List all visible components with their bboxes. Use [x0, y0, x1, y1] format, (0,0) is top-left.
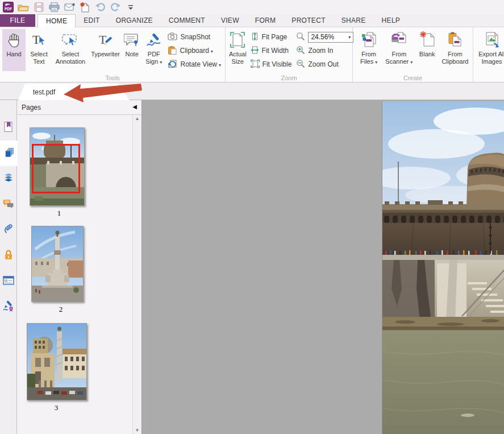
fit-width-button[interactable]: Fit Width — [248, 44, 294, 57]
nav-bookmarks-button[interactable] — [0, 115, 17, 140]
customize-toolbar-icon[interactable] — [125, 2, 136, 13]
zoom-level-combobox[interactable]: 24.56%▾ — [308, 32, 353, 43]
from-files-icon — [361, 31, 377, 49]
tab-form[interactable]: FORM — [247, 14, 284, 27]
fit-visible-button[interactable]: Fit Visible — [248, 57, 294, 71]
chevron-down-icon: ▾ — [410, 60, 413, 65]
select-text-label: Select Text — [28, 51, 50, 65]
document-canvas[interactable] — [142, 100, 504, 434]
actual-size-button[interactable]: Actual Size — [228, 29, 248, 71]
nav-comments-button[interactable] — [0, 192, 17, 217]
fit-width-icon — [251, 46, 259, 56]
open-file-icon[interactable] — [18, 2, 29, 13]
digital-signature-icon — [3, 300, 14, 314]
redo-icon[interactable] — [110, 2, 121, 13]
export-all-images-icon — [484, 31, 500, 49]
pdf-sign-label: PDF Sign▾ — [144, 51, 164, 65]
nav-attachments-button[interactable] — [0, 217, 17, 243]
fit-visible-label: Fit Visible — [263, 60, 292, 68]
pages-panel: Pages ◀ ▲ ▼ — [17, 100, 142, 434]
from-scanner-icon — [391, 31, 407, 49]
tab-help[interactable]: HELP — [374, 14, 409, 27]
note-icon — [124, 31, 140, 49]
print-icon[interactable] — [48, 2, 60, 13]
new-document-icon[interactable] — [79, 2, 90, 13]
hand-label: Hand — [6, 51, 21, 58]
blank-label: Blank — [419, 51, 435, 58]
email-icon[interactable] — [64, 2, 75, 13]
scroll-down-icon[interactable]: ▼ — [135, 428, 140, 433]
scroll-up-icon[interactable]: ▲ — [135, 116, 140, 121]
from-scanner-button[interactable]: From Scanner▾ — [384, 29, 414, 71]
ribbon-group-create: From Files▾ From Scanner▾ Blank From Cli… — [353, 27, 473, 82]
fit-page-label: Fit Page — [262, 33, 288, 41]
page-thumbnails: 1 — [17, 115, 141, 412]
page-number-2: 2 — [31, 305, 90, 314]
page-thumbnail-2[interactable] — [31, 226, 84, 302]
select-annotation-icon — [62, 31, 79, 49]
tab-protect[interactable]: PROTECT — [284, 14, 333, 27]
pdf-sign-button[interactable]: PDF Sign▾ — [143, 29, 165, 71]
undo-icon[interactable] — [94, 2, 106, 13]
from-files-label: From Files▾ — [356, 51, 381, 65]
select-annotation-label: Select Annotation — [53, 51, 88, 65]
blank-button[interactable]: Blank — [415, 29, 439, 71]
nav-pages-button[interactable] — [0, 140, 18, 166]
actual-size-label: Actual Size — [229, 51, 247, 65]
chevron-down-icon: ▾ — [211, 49, 213, 54]
rotate-view-button[interactable]: Rotate View▾ — [165, 57, 223, 71]
comments-icon — [3, 199, 14, 211]
clipboard-column: SnapShot Clipboard▾ Rotate View▾ — [165, 29, 223, 71]
export-all-images-button[interactable]: Export All Images — [476, 29, 504, 71]
tab-file[interactable]: FILE — [0, 14, 35, 27]
tab-comment[interactable]: COMMENT — [161, 14, 213, 27]
fit-column: Fit Page Fit Width Fit Visible — [248, 29, 294, 71]
tab-organize[interactable]: ORGANIZE — [108, 14, 161, 27]
from-files-button[interactable]: From Files▾ — [355, 29, 382, 71]
app-logo-icon[interactable]: PDF — [2, 2, 14, 13]
nav-layers-button[interactable] — [0, 166, 17, 192]
tab-view[interactable]: VIEW — [213, 14, 247, 27]
save-icon[interactable] — [33, 2, 44, 13]
select-text-button[interactable]: T Select Text — [27, 29, 51, 71]
marquee-zoom-icon[interactable] — [296, 32, 305, 43]
zoom-out-icon — [296, 59, 305, 70]
quick-access-toolbar: PDF — [0, 0, 504, 14]
page-thumbnail-3[interactable] — [27, 323, 87, 400]
hand-tool-button[interactable]: Hand — [2, 29, 26, 71]
clipboard-button[interactable]: Clipboard▾ — [165, 44, 223, 57]
from-scanner-label: From Scanner▾ — [385, 51, 413, 65]
tab-edit[interactable]: EDIT — [76, 14, 108, 27]
note-button[interactable]: Note — [122, 29, 141, 71]
page-view-indicator[interactable] — [32, 144, 80, 193]
typewriter-button[interactable]: T Typewriter — [90, 29, 121, 71]
fit-width-label: Fit Width — [262, 47, 289, 55]
document-page-1[interactable] — [382, 101, 504, 434]
snapshot-button[interactable]: SnapShot — [165, 30, 223, 44]
nav-signatures-button[interactable] — [0, 294, 17, 320]
fit-page-button[interactable]: Fit Page — [248, 30, 294, 44]
pdf-sign-icon — [146, 31, 162, 49]
pages-scrollbar[interactable]: ▲ ▼ — [132, 115, 141, 434]
from-clipboard-label: From Clipboard — [441, 51, 469, 65]
page-thumbnail-1[interactable] — [30, 127, 85, 206]
export-all-images-label: Export All Images — [477, 51, 504, 65]
rotate-view-icon — [168, 59, 177, 70]
page-thumbnail-item-3: 3 — [27, 323, 86, 412]
from-clipboard-button[interactable]: From Clipboard — [440, 29, 470, 71]
ribbon-group-export: Export All Images — [473, 27, 504, 82]
zoom-out-label: Zoom Out — [308, 60, 338, 68]
zoom-in-icon — [296, 46, 305, 56]
snapshot-icon — [168, 32, 177, 42]
zoom-value-row: 24.56%▾ — [294, 30, 356, 44]
typewriter-icon: T — [98, 31, 114, 49]
tab-share[interactable]: SHARE — [334, 14, 374, 27]
chevron-down-icon: ▾ — [348, 35, 351, 40]
tab-home[interactable]: HOME — [38, 14, 76, 27]
clipboard-label: Clipboard▾ — [180, 47, 213, 55]
select-annotation-button[interactable]: Select Annotation — [52, 29, 89, 71]
zoom-out-button[interactable]: Zoom Out — [294, 57, 356, 71]
zoom-in-button[interactable]: Zoom In — [294, 44, 356, 57]
nav-fields-button[interactable] — [0, 268, 17, 294]
nav-security-button[interactable] — [0, 243, 17, 268]
